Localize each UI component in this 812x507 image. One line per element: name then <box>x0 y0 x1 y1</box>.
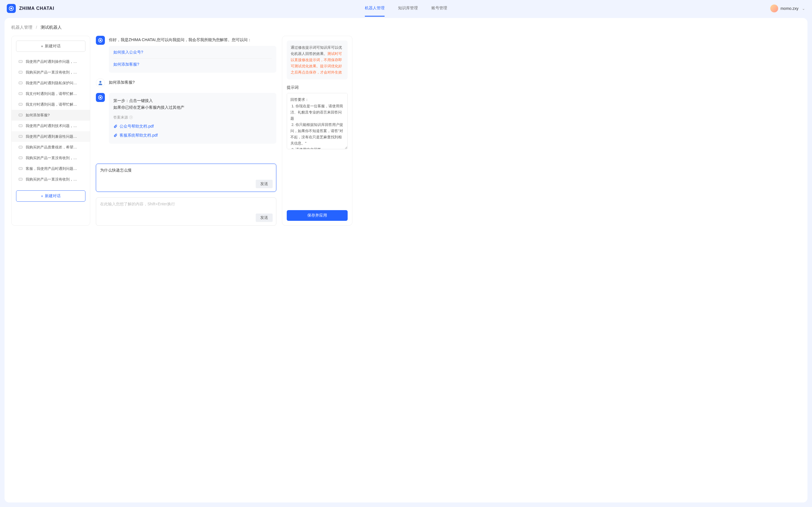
breadcrumb-separator: / <box>36 25 37 30</box>
svg-point-19 <box>20 104 20 105</box>
conversation-item[interactable]: 我购买的产品一直没有收到，… <box>16 153 86 163</box>
svg-point-15 <box>20 94 20 94</box>
username: momo.zxy <box>780 6 799 11</box>
svg-point-41 <box>21 158 21 158</box>
svg-point-11 <box>20 83 20 83</box>
svg-point-24 <box>20 115 20 115</box>
send-button[interactable]: 发送 <box>256 180 273 188</box>
svg-point-43 <box>20 168 20 169</box>
user-menu[interactable]: momo.zxy ⌄ <box>770 4 805 12</box>
conversation-item[interactable]: 我购买的产品质量很差，希望… <box>16 142 86 153</box>
conversation-item[interactable]: 我使用产品时遇到兼容性问题… <box>11 131 90 142</box>
svg-point-47 <box>20 179 20 179</box>
conversation-item[interactable]: 如何添加客服? <box>11 110 90 121</box>
prompt-panel: 通过修改提示词可知识库可以优化机器人回答的效果。测试时可以直接修改提示词，不用保… <box>282 36 352 226</box>
source-link[interactable]: 公众号帮助文档.pdf <box>113 123 272 130</box>
svg-point-36 <box>20 147 20 147</box>
conversation-item[interactable]: 客服，我使用产品时遇到问题… <box>16 163 86 174</box>
svg-point-3 <box>20 61 20 62</box>
save-apply-button[interactable]: 保存并应用 <box>287 210 348 221</box>
chat-bubble-icon <box>18 113 23 117</box>
svg-point-48 <box>20 179 20 179</box>
conversation-item[interactable]: 我支付时遇到问题，请帮忙解… <box>16 89 86 99</box>
plus-icon: + <box>41 44 43 48</box>
new-conversation-button-bottom[interactable]: + 新建对话 <box>16 190 86 202</box>
conversation-sidebar: + 新建对话 我使用产品时遇到操作问题，…我购买的产品一直没有收到，…我使用产品… <box>11 36 90 226</box>
attachment-icon <box>113 124 117 128</box>
conversation-item[interactable]: 我使用产品时遇到技术问题，… <box>16 121 86 131</box>
source-link[interactable]: 客服系统帮助文档.pdf <box>113 132 272 139</box>
svg-point-23 <box>20 115 20 115</box>
svg-point-16 <box>20 94 20 94</box>
conversation-item[interactable]: 我支付时遇到问题，请帮忙解… <box>16 99 86 110</box>
bot-welcome-message: 你好，我是ZHIMA CHATAI,您可以向我提问，我会尽我所能为您解答。您可以… <box>96 36 276 73</box>
nav-robot-management[interactable]: 机器人管理 <box>365 1 385 17</box>
conversation-item[interactable]: 我购买的产品一直没有收到，… <box>16 174 86 185</box>
svg-point-7 <box>20 72 20 72</box>
svg-point-4 <box>20 61 20 62</box>
source-label: 答案来源 ? <box>113 115 272 120</box>
chat-bubble-icon <box>18 59 23 64</box>
suggestion-item[interactable]: 如何添加客服? <box>113 58 272 69</box>
conversation-item[interactable]: 我使用产品时遇到隐私保护问… <box>16 78 86 89</box>
nav-account-management[interactable]: 账号管理 <box>432 1 447 17</box>
logo-text: ZHIMA CHATAI <box>19 6 54 11</box>
conversation-list: 我使用产品时遇到操作问题，…我购买的产品一直没有收到，…我使用产品时遇到隐私保护… <box>16 56 86 185</box>
chat-input-field[interactable] <box>100 202 272 206</box>
svg-point-12 <box>20 83 20 83</box>
svg-point-1 <box>10 8 12 10</box>
bot-answer-message: 第一步：点击一键接入 如果你已经在芝麻小客服内接入过其他产 答案来源 ? 公众号… <box>96 93 276 144</box>
chat-input-active[interactable]: 为什么快递怎么慢 发送 <box>96 164 276 192</box>
conversation-item[interactable]: 我使用产品时遇到操作问题，… <box>16 56 86 67</box>
svg-point-54 <box>100 97 101 98</box>
chevron-down-icon: ⌄ <box>802 6 805 11</box>
svg-point-20 <box>20 104 20 105</box>
svg-point-44 <box>20 168 20 169</box>
breadcrumb-current: 测试机器人 <box>41 25 62 30</box>
nav-knowledge-base[interactable]: 知识库管理 <box>398 1 418 17</box>
chat-bubble-icon <box>18 156 23 160</box>
chat-bubble-icon <box>18 81 23 86</box>
chat-bubble-icon <box>18 177 23 182</box>
user-question-text: 如何添加客服? <box>109 78 276 85</box>
logo-icon <box>7 4 16 13</box>
svg-point-49 <box>21 179 21 179</box>
prompt-label: 提示词 <box>287 85 348 90</box>
chat-bubble-icon <box>18 124 23 128</box>
svg-point-21 <box>21 104 21 105</box>
svg-point-52 <box>100 81 101 83</box>
breadcrumb-parent[interactable]: 机器人管理 <box>11 25 33 30</box>
welcome-text: 你好，我是ZHIMA CHATAI,您可以向我提问，我会尽我所能为您解答。您可以… <box>109 36 276 43</box>
bot-avatar-icon <box>96 36 105 45</box>
svg-point-45 <box>21 168 21 169</box>
send-button[interactable]: 发送 <box>256 214 273 222</box>
plus-icon: + <box>41 194 43 198</box>
svg-point-8 <box>20 72 20 72</box>
svg-point-37 <box>21 147 21 147</box>
avatar <box>770 4 778 12</box>
chat-bubble-icon <box>18 70 23 75</box>
svg-point-9 <box>21 72 21 72</box>
svg-point-25 <box>21 115 21 115</box>
suggestion-item[interactable]: 如何接入公众号? <box>113 50 272 57</box>
svg-point-40 <box>20 158 20 158</box>
conversation-item[interactable]: 我购买的产品一直没有收到，… <box>16 67 86 78</box>
chat-bubble-icon <box>18 92 23 96</box>
help-icon[interactable]: ? <box>129 115 133 119</box>
chat-input-secondary[interactable]: 发送 <box>96 198 276 226</box>
logo[interactable]: ZHIMA CHATAI <box>7 4 54 13</box>
tip-box: 通过修改提示词可知识库可以优化机器人回答的效果。测试时可以直接修改提示词，不用保… <box>287 41 348 79</box>
chat-bubble-icon <box>18 166 23 171</box>
chat-bubble-icon <box>18 145 23 150</box>
chat-input-value: 为什么快递怎么慢 <box>100 168 132 172</box>
chat-bubble-icon <box>18 134 23 139</box>
new-conversation-button-top[interactable]: + 新建对话 <box>16 41 86 52</box>
chat-area: 你好，我是ZHIMA CHATAI,您可以向我提问，我会尽我所能为您解答。您可以… <box>96 36 276 226</box>
user-message: 如何添加客服? <box>96 78 276 87</box>
prompt-textarea[interactable] <box>287 93 348 149</box>
attachment-icon <box>113 133 117 137</box>
svg-point-17 <box>21 94 21 94</box>
breadcrumb: 机器人管理 / 测试机器人 <box>11 25 801 30</box>
svg-point-13 <box>21 83 21 83</box>
user-avatar-icon <box>96 78 105 87</box>
